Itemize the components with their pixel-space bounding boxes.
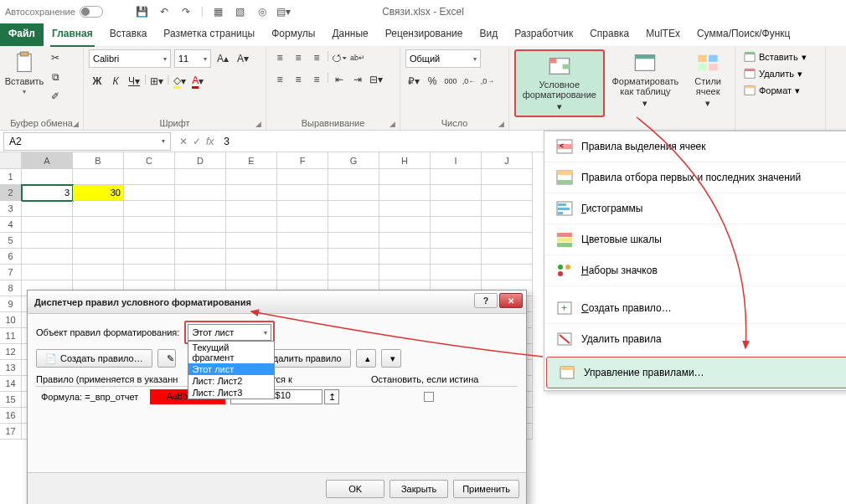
copy-button[interactable]: ⧉ bbox=[47, 69, 64, 85]
tab-help[interactable]: Справка bbox=[581, 23, 637, 46]
cell[interactable] bbox=[328, 169, 379, 185]
conditional-formatting-button[interactable]: Условное форматирование▾ bbox=[514, 49, 605, 117]
cell[interactable] bbox=[431, 201, 482, 217]
cut-button[interactable]: ✂ bbox=[47, 49, 64, 66]
cell[interactable] bbox=[226, 169, 277, 185]
camera-icon[interactable]: ◎ bbox=[255, 5, 269, 18]
cell[interactable] bbox=[379, 265, 431, 280]
cell[interactable] bbox=[328, 249, 379, 265]
move-down-button[interactable]: ▾ bbox=[381, 349, 401, 368]
tab-developer[interactable]: Разработчик bbox=[506, 23, 581, 46]
cell[interactable] bbox=[482, 185, 533, 201]
cell[interactable] bbox=[482, 201, 533, 217]
font-size-select[interactable]: 11▾ bbox=[174, 49, 211, 68]
row-header[interactable]: 16 bbox=[0, 408, 22, 424]
comma-format-icon[interactable]: 000 bbox=[442, 73, 459, 90]
cancel-formula-icon[interactable]: ✕ bbox=[179, 136, 188, 147]
dialog-launcher-icon[interactable]: ◢ bbox=[497, 120, 505, 128]
row-header[interactable]: 4 bbox=[0, 217, 22, 233]
row-header[interactable]: 11 bbox=[0, 328, 22, 344]
cell[interactable] bbox=[482, 233, 533, 249]
row-header[interactable]: 8 bbox=[0, 280, 22, 296]
cell[interactable] bbox=[124, 249, 175, 265]
tab-sum[interactable]: Сумма/Поиск/Функц bbox=[689, 23, 799, 46]
cf-new-rule[interactable]: +Создать правило… bbox=[544, 293, 846, 324]
cell[interactable] bbox=[124, 233, 175, 249]
cell[interactable] bbox=[277, 201, 328, 217]
cell[interactable] bbox=[226, 185, 277, 201]
cell[interactable] bbox=[431, 233, 482, 249]
column-header[interactable]: A bbox=[22, 152, 73, 169]
cell[interactable] bbox=[482, 169, 533, 185]
cell[interactable] bbox=[277, 265, 328, 280]
cell[interactable] bbox=[226, 233, 277, 249]
scope-select[interactable]: Этот лист▾ bbox=[188, 324, 271, 341]
select-all-corner[interactable] bbox=[0, 152, 22, 169]
decrease-font-icon[interactable]: A▾ bbox=[235, 50, 251, 67]
new-rule-button[interactable]: 📄 Создать правило… bbox=[36, 349, 152, 368]
apply-button[interactable]: Применить bbox=[453, 480, 519, 498]
align-top-icon[interactable]: ≡ bbox=[271, 49, 288, 66]
cell[interactable] bbox=[379, 249, 431, 265]
row-header[interactable]: 13 bbox=[0, 360, 22, 376]
column-header[interactable]: J bbox=[482, 152, 533, 169]
column-header[interactable]: H bbox=[379, 152, 431, 169]
cf-data-bars[interactable]: Гистограммы▸ bbox=[544, 193, 846, 224]
cell[interactable] bbox=[328, 217, 379, 233]
cell-styles-button[interactable]: Стили ячеек▾ bbox=[686, 49, 730, 111]
cell[interactable] bbox=[277, 233, 328, 249]
orientation-icon[interactable]: ⭯▾ bbox=[331, 49, 348, 66]
cell[interactable] bbox=[431, 185, 482, 201]
dialog-title-bar[interactable]: Диспетчер правил условного форматировани… bbox=[28, 291, 526, 314]
cell[interactable] bbox=[379, 185, 431, 201]
column-header[interactable]: G bbox=[328, 152, 379, 169]
cell[interactable] bbox=[124, 185, 175, 201]
insert-cells-button[interactable]: Вставить▾ bbox=[740, 49, 810, 64]
cell[interactable] bbox=[73, 249, 124, 265]
cell[interactable] bbox=[124, 201, 175, 217]
column-header[interactable]: C bbox=[124, 152, 175, 169]
cell[interactable] bbox=[379, 169, 431, 185]
cell[interactable] bbox=[175, 217, 226, 233]
fill-color-button[interactable]: ◇▾ bbox=[171, 73, 188, 90]
tab-data[interactable]: Данные bbox=[323, 23, 376, 46]
cell[interactable] bbox=[73, 265, 124, 280]
cell[interactable]: 3 bbox=[22, 185, 73, 201]
row-header[interactable]: 1 bbox=[0, 169, 22, 185]
cell[interactable] bbox=[431, 217, 482, 233]
column-header[interactable]: I bbox=[431, 152, 482, 169]
row-header[interactable]: 6 bbox=[0, 249, 22, 265]
help-button[interactable]: ? bbox=[474, 293, 498, 308]
cell[interactable] bbox=[124, 217, 175, 233]
cell[interactable] bbox=[22, 169, 73, 185]
cell[interactable] bbox=[73, 201, 124, 217]
cell[interactable] bbox=[431, 169, 482, 185]
cell[interactable] bbox=[175, 185, 226, 201]
cell[interactable] bbox=[175, 233, 226, 249]
cell[interactable] bbox=[277, 217, 328, 233]
tab-page-layout[interactable]: Разметка страницы bbox=[155, 23, 263, 46]
row-header[interactable]: 14 bbox=[0, 376, 22, 392]
cell[interactable] bbox=[277, 249, 328, 265]
cell[interactable] bbox=[482, 249, 533, 265]
cell[interactable] bbox=[73, 233, 124, 249]
cell[interactable] bbox=[226, 201, 277, 217]
borders-button[interactable]: ⊞▾ bbox=[148, 73, 165, 90]
scope-option[interactable]: Этот лист bbox=[188, 363, 274, 375]
cell[interactable] bbox=[73, 217, 124, 233]
italic-button[interactable]: К bbox=[107, 73, 124, 90]
bold-button[interactable]: Ж bbox=[89, 73, 106, 90]
percent-format-icon[interactable]: % bbox=[424, 73, 441, 90]
tab-insert[interactable]: Вставка bbox=[101, 23, 156, 46]
align-right-icon[interactable]: ≡ bbox=[308, 71, 325, 88]
save-icon[interactable]: 💾 bbox=[136, 5, 149, 18]
font-color-button[interactable]: A▾ bbox=[189, 73, 206, 90]
cell[interactable] bbox=[226, 217, 277, 233]
cell[interactable] bbox=[22, 217, 73, 233]
move-up-button[interactable]: ▴ bbox=[356, 349, 376, 368]
increase-indent-icon[interactable]: ⇥ bbox=[349, 71, 366, 88]
row-header[interactable]: 15 bbox=[0, 392, 22, 408]
format-as-table-button[interactable]: Форматировать как таблицу▾ bbox=[608, 49, 684, 111]
column-header[interactable]: F bbox=[277, 152, 328, 169]
cell[interactable] bbox=[328, 265, 379, 280]
